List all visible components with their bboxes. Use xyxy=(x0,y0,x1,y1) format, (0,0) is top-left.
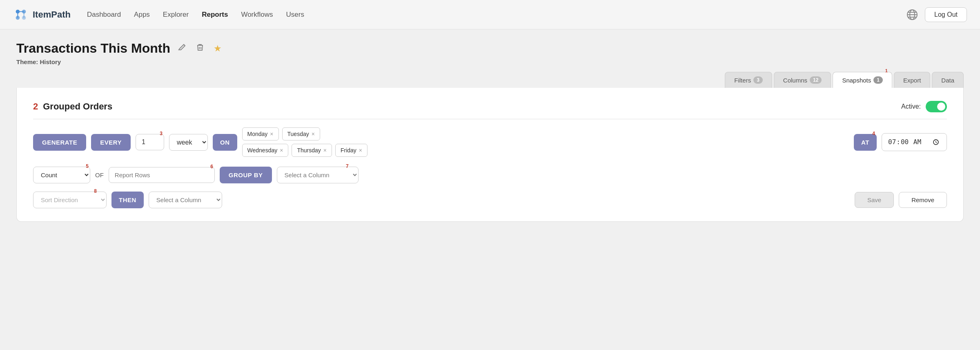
group-col-step: 7 xyxy=(346,163,349,169)
generate-button[interactable]: GENERATE xyxy=(33,134,86,151)
then-button[interactable]: THEN xyxy=(111,192,144,208)
nav-links: Dashboard Apps Explorer Reports Workflow… xyxy=(87,11,906,19)
page-header: Transactions This Month ★ Theme: History xyxy=(0,29,980,65)
day-tuesday[interactable]: Tuesday × xyxy=(282,127,320,140)
active-label: Active: xyxy=(901,103,921,110)
remove-wednesday-icon[interactable]: × xyxy=(280,147,283,154)
nav-reports[interactable]: Reports xyxy=(202,11,228,19)
card-title: Grouped Orders xyxy=(43,101,112,112)
count-row: 5 Count Sum Average Min Max OF 6 GROUP B… xyxy=(33,167,947,183)
card-header: 2 Grouped Orders Active: xyxy=(33,101,947,119)
trash-icon xyxy=(196,43,205,52)
at-button[interactable]: AT xyxy=(854,134,877,151)
sort-step-number: 8 xyxy=(94,188,97,194)
card-step-number: 2 xyxy=(33,101,38,112)
logo-icon xyxy=(13,7,29,22)
action-buttons: Save Remove xyxy=(855,192,947,208)
main-content: 2 Grouped Orders Active: GENERATE EVERY … xyxy=(0,88,980,238)
logo[interactable]: ItemPath xyxy=(13,7,71,22)
active-toggle-row: Active: xyxy=(901,101,947,112)
sort-direction-select[interactable]: Sort Direction Ascending Descending xyxy=(33,192,107,208)
days-row-2: Wednesday × Thursday × Friday × xyxy=(242,144,849,157)
days-row-1: Monday × Tuesday × xyxy=(242,127,849,140)
time-input[interactable] xyxy=(882,133,947,152)
count-select[interactable]: Count Sum Average Min Max xyxy=(33,167,90,183)
snapshot-card: 2 Grouped Orders Active: GENERATE EVERY … xyxy=(16,88,964,222)
remove-tuesday-icon[interactable]: × xyxy=(312,131,315,137)
count-step-number: 5 xyxy=(86,163,89,169)
day-wednesday[interactable]: Wednesday × xyxy=(242,144,289,157)
sort-dir-wrapper: Sort Direction Ascending Descending 8 xyxy=(33,192,107,208)
snapshots-step-number: 1 xyxy=(885,68,888,73)
count-select-wrapper: 5 Count Sum Average Min Max xyxy=(33,167,90,183)
logo-text: ItemPath xyxy=(33,9,71,20)
tabs-container: Filters 3 Columns 12 1 Snapshots 1 Expor… xyxy=(0,72,980,88)
page-title-row: Transactions This Month ★ xyxy=(16,41,964,56)
logout-button[interactable]: Log Out xyxy=(925,7,967,22)
tab-filters[interactable]: Filters 3 xyxy=(725,72,772,88)
of-label: OF xyxy=(95,172,104,178)
group-col-wrapper: Select a Column 7 xyxy=(277,167,359,183)
edit-button[interactable] xyxy=(176,41,188,56)
period-select[interactable]: week day month xyxy=(169,134,208,151)
save-button[interactable]: Save xyxy=(855,192,894,208)
globe-icon[interactable] xyxy=(906,9,918,21)
day-monday[interactable]: Monday × xyxy=(242,127,279,140)
favorite-button[interactable]: ★ xyxy=(212,42,223,56)
page-title: Transactions This Month xyxy=(16,41,170,56)
report-rows-step: 6 xyxy=(210,164,213,169)
tab-columns[interactable]: Columns 12 xyxy=(774,72,831,88)
tab-data[interactable]: Data xyxy=(932,72,964,88)
active-toggle[interactable] xyxy=(926,101,947,112)
day-thursday[interactable]: Thursday × xyxy=(292,144,332,157)
interval-input[interactable] xyxy=(136,134,164,150)
nav-users[interactable]: Users xyxy=(286,11,304,19)
sort-row: Sort Direction Ascending Descending 8 TH… xyxy=(33,192,947,208)
card-title-row: 2 Grouped Orders xyxy=(33,101,112,112)
star-icon: ★ xyxy=(214,43,222,54)
interval-step-number: 3 xyxy=(160,131,163,136)
nav-explorer[interactable]: Explorer xyxy=(163,11,189,19)
edit-icon xyxy=(178,43,187,52)
remove-monday-icon[interactable]: × xyxy=(270,131,273,137)
remove-button[interactable]: Remove xyxy=(899,192,947,208)
nav-workflows[interactable]: Workflows xyxy=(241,11,273,19)
every-button[interactable]: EVERY xyxy=(91,134,131,151)
nav-right: Log Out xyxy=(906,7,967,22)
remove-thursday-icon[interactable]: × xyxy=(323,147,327,154)
then-column-select[interactable]: Select a Column xyxy=(149,192,222,208)
tab-export[interactable]: Export xyxy=(894,72,930,88)
day-friday[interactable]: Friday × xyxy=(335,144,368,157)
at-step-number: 4 xyxy=(872,131,875,136)
delete-button[interactable] xyxy=(194,41,206,56)
remove-friday-icon[interactable]: × xyxy=(359,147,362,154)
group-by-button[interactable]: GROUP BY xyxy=(220,167,272,183)
navbar: ItemPath Dashboard Apps Explorer Reports… xyxy=(0,0,980,29)
tab-snapshots[interactable]: 1 Snapshots 1 xyxy=(833,72,892,88)
at-wrapper: AT 4 xyxy=(854,134,877,151)
nav-apps[interactable]: Apps xyxy=(134,11,150,19)
group-column-select[interactable]: Select a Column xyxy=(277,167,359,183)
on-button[interactable]: ON xyxy=(213,134,237,151)
theme-label: Theme: History xyxy=(16,58,964,65)
report-rows-input[interactable] xyxy=(109,167,215,183)
schedule-row: GENERATE EVERY 3 week day month ON Monda… xyxy=(33,127,947,157)
days-container: Monday × Tuesday × Wednesday × Thursday xyxy=(242,127,849,157)
report-rows-wrapper: 6 xyxy=(109,167,215,183)
nav-dashboard[interactable]: Dashboard xyxy=(87,11,121,19)
interval-wrapper: 3 xyxy=(136,134,164,150)
